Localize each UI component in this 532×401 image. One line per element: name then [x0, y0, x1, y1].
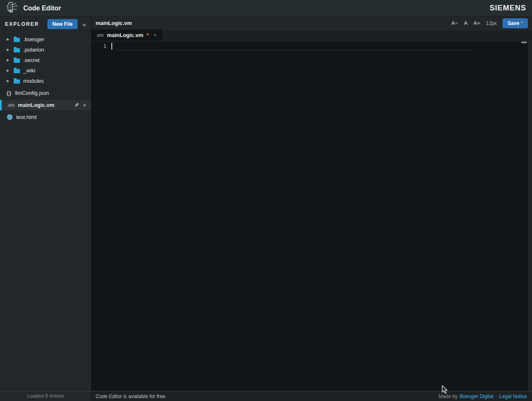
editor-pane: mainLogic.vm A− A A+ 12px Save * .vm mai… — [91, 17, 532, 391]
editor-scrollbar-thumb[interactable] — [521, 42, 527, 43]
tab-label: mainLogic.vm — [107, 32, 143, 38]
folder-icon — [14, 48, 20, 52]
folder-label: .boesger — [23, 36, 44, 42]
app-title: Code Editor — [23, 5, 61, 12]
font-decrease-button[interactable]: A− — [451, 20, 458, 26]
file-item-testhtml[interactable]: test.html — [0, 112, 91, 122]
boesger-digital-link[interactable]: Boesger Digital — [460, 394, 493, 399]
folder-icon — [14, 38, 20, 42]
text-caret — [111, 43, 112, 50]
folder-icon — [14, 79, 20, 84]
save-button-label: Save — [507, 20, 519, 26]
expand-chevron-icon[interactable]: ▶ — [7, 69, 10, 72]
expand-chevron-icon[interactable]: ▶ — [7, 48, 10, 52]
folder-icon — [14, 69, 20, 73]
font-reset-button[interactable]: A — [464, 20, 468, 26]
explorer-heading: EXPLORER — [5, 21, 44, 27]
folder-label: _wiki — [23, 67, 35, 74]
delete-file-icon[interactable]: × — [83, 102, 86, 108]
vm-filetype-badge: .vm — [96, 32, 103, 38]
rename-pencil-icon[interactable]: ✎ — [74, 102, 79, 108]
json-braces-icon: {} — [7, 90, 12, 96]
open-file-title: mainLogic.vm — [96, 20, 132, 26]
folder-item-modules[interactable]: ▶ modules — [0, 76, 91, 86]
siemens-logo: SIEMENS — [490, 4, 526, 12]
font-size-value: 12px — [486, 20, 497, 26]
credits-separator: · — [495, 394, 497, 399]
mouse-cursor — [442, 385, 448, 394]
top-bar: Code Editor SIEMENS — [0, 0, 532, 17]
free-status-text: Code Editor is available for free. — [96, 394, 167, 399]
file-label: test.html — [16, 114, 37, 120]
folder-icon — [14, 59, 20, 63]
save-button[interactable]: Save * — [502, 18, 528, 28]
expand-chevron-icon[interactable]: ▶ — [7, 79, 10, 83]
unsaved-indicator: * — [521, 20, 523, 26]
folder-item-wiki[interactable]: ▶ _wiki — [0, 65, 91, 76]
folder-item-polarion[interactable]: ▶ .polarion — [0, 45, 91, 55]
folder-label: modules — [23, 78, 44, 84]
line-number: 1 — [91, 43, 106, 49]
tab-bar: .vm mainLogic.vm * × — [91, 30, 532, 41]
unsaved-indicator: * — [147, 32, 149, 38]
code-line-1[interactable] — [111, 43, 473, 50]
tab-close-icon[interactable]: × — [154, 32, 157, 38]
collapse-sidebar-icon[interactable]: « — [81, 21, 88, 28]
app-logo-brain-gear-icon — [6, 1, 19, 16]
vm-filetype-badge: .vm — [7, 102, 15, 108]
folder-item-boesger[interactable]: ▶ .boesger — [0, 34, 91, 45]
expand-chevron-icon[interactable]: ▶ — [7, 37, 10, 41]
folder-label: .polarion — [23, 47, 44, 53]
code-editor-surface[interactable]: 1 — [91, 41, 532, 391]
new-file-button[interactable]: New File — [47, 19, 78, 29]
explorer-sidebar: EXPLORER New File « ▶ .boesger ▶ .polari… — [0, 17, 91, 391]
file-tree: ▶ .boesger ▶ .polarion ▶ .secret ▶ _wiki… — [0, 34, 91, 122]
font-increase-button[interactable]: A+ — [473, 20, 480, 26]
folder-label: .secret — [23, 57, 39, 63]
file-item-llmconfig[interactable]: {} llmConfig.json — [0, 88, 91, 98]
file-item-mainlogic-selected[interactable]: .vm mainLogic.vm ✎ × — [0, 100, 91, 110]
folder-item-secret[interactable]: ▶ .secret — [0, 55, 91, 65]
editor-scrollbar-track[interactable] — [528, 41, 532, 391]
explorer-status: Loaded 8 entries — [0, 391, 91, 401]
line-number-gutter: 1 — [91, 42, 111, 391]
expand-chevron-icon[interactable]: ▶ — [7, 58, 10, 62]
file-label: llmConfig.json — [15, 90, 49, 96]
file-label: mainLogic.vm — [18, 102, 54, 108]
tab-mainlogic[interactable]: .vm mainLogic.vm * × — [91, 30, 163, 41]
globe-icon — [7, 114, 13, 120]
legal-notice-link[interactable]: Legal Notice — [499, 394, 527, 399]
